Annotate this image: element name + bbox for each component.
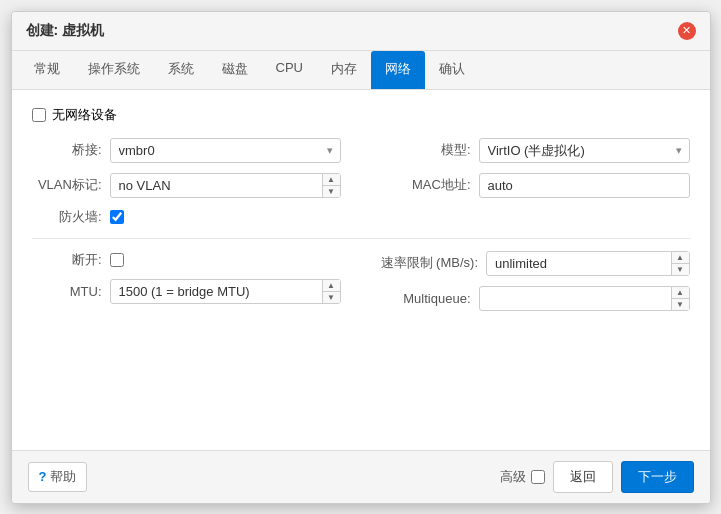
mtu-label: MTU: [32, 284, 102, 299]
mac-label: MAC地址: [381, 176, 471, 194]
model-row: 模型: VirtIO (半虚拟化) [381, 138, 690, 163]
close-button[interactable]: ✕ [678, 22, 696, 40]
tab-os[interactable]: 操作系统 [74, 51, 154, 89]
firewall-label: 防火墙: [32, 208, 102, 226]
multiqueue-row: Multiqueue: ▲ ▼ [381, 286, 690, 311]
tab-bar: 常规 操作系统 系统 磁盘 CPU 内存 网络 确认 [12, 51, 710, 90]
dialog-title: 创建: 虚拟机 [26, 22, 105, 40]
model-select[interactable]: VirtIO (半虚拟化) [479, 138, 690, 163]
back-button[interactable]: 返回 [553, 461, 613, 493]
advanced-checkbox[interactable] [531, 470, 545, 484]
mac-row: MAC地址: [381, 173, 690, 198]
form-grid-2: 断开: MTU: ▲ ▼ [32, 251, 690, 311]
form-grid: 桥接: vmbr0 VLAN标记: ▲ ▼ [32, 138, 690, 226]
disconnect-checkbox-wrapper [110, 253, 124, 267]
next-button[interactable]: 下一步 [621, 461, 694, 493]
rate-spinner-btns: ▲ ▼ [671, 252, 689, 275]
model-select-wrapper: VirtIO (半虚拟化) [479, 138, 690, 163]
divider [32, 238, 690, 239]
vlan-spinner-wrapper: ▲ ▼ [110, 173, 341, 198]
multiqueue-down-button[interactable]: ▼ [672, 299, 689, 310]
vlan-spinner-btns: ▲ ▼ [322, 174, 340, 197]
tab-system[interactable]: 系统 [154, 51, 208, 89]
mtu-down-button[interactable]: ▼ [323, 292, 340, 303]
rate-label: 速率限制 (MB/s): [381, 254, 479, 272]
no-network-label: 无网络设备 [52, 106, 117, 124]
bridge-select[interactable]: vmbr0 [110, 138, 341, 163]
mac-input[interactable] [479, 173, 690, 198]
rate-down-button[interactable]: ▼ [672, 264, 689, 275]
advanced-text: 高级 [500, 468, 526, 486]
multiqueue-spinner-btns: ▲ ▼ [671, 287, 689, 310]
form-left-2: 断开: MTU: ▲ ▼ [32, 251, 361, 311]
dialog-header: 创建: 虚拟机 ✕ [12, 12, 710, 51]
multiqueue-spinner-wrapper: ▲ ▼ [479, 286, 690, 311]
tab-memory[interactable]: 内存 [317, 51, 371, 89]
tab-general[interactable]: 常规 [20, 51, 74, 89]
form-left: 桥接: vmbr0 VLAN标记: ▲ ▼ [32, 138, 361, 226]
vlan-down-button[interactable]: ▼ [323, 186, 340, 197]
mtu-input[interactable] [110, 279, 341, 304]
help-label: 帮助 [50, 468, 76, 486]
no-network-row: 无网络设备 [32, 106, 690, 124]
rate-spinner-wrapper: ▲ ▼ [486, 251, 690, 276]
form-right-2: 速率限制 (MB/s): ▲ ▼ Multiqueue: [361, 251, 690, 311]
no-network-checkbox[interactable] [32, 108, 46, 122]
disconnect-checkbox[interactable] [110, 253, 124, 267]
multiqueue-up-button[interactable]: ▲ [672, 287, 689, 299]
multiqueue-input[interactable] [479, 286, 690, 311]
vlan-label: VLAN标记: [32, 176, 102, 194]
disconnect-row: 断开: [32, 251, 341, 269]
footer-right: 高级 返回 下一步 [500, 461, 694, 493]
model-label: 模型: [381, 141, 471, 159]
mtu-spinner-btns: ▲ ▼ [322, 280, 340, 303]
multiqueue-label: Multiqueue: [381, 291, 471, 306]
tab-network[interactable]: 网络 [371, 51, 425, 89]
dialog-footer: ? 帮助 高级 返回 下一步 [12, 450, 710, 503]
dialog-body: 无网络设备 桥接: vmbr0 VLAN标记: [12, 90, 710, 450]
rate-input[interactable] [486, 251, 690, 276]
tab-confirm[interactable]: 确认 [425, 51, 479, 89]
mtu-spinner-wrapper: ▲ ▼ [110, 279, 341, 304]
vlan-up-button[interactable]: ▲ [323, 174, 340, 186]
vlan-row: VLAN标记: ▲ ▼ [32, 173, 341, 198]
disconnect-label: 断开: [32, 251, 102, 269]
tab-cpu[interactable]: CPU [262, 51, 317, 89]
form-right: 模型: VirtIO (半虚拟化) MAC地址: [361, 138, 690, 226]
firewall-checkbox-wrapper [110, 210, 124, 224]
bridge-select-wrapper: vmbr0 [110, 138, 341, 163]
rate-row: 速率限制 (MB/s): ▲ ▼ [381, 251, 690, 276]
firewall-checkbox[interactable] [110, 210, 124, 224]
create-vm-dialog: 创建: 虚拟机 ✕ 常规 操作系统 系统 磁盘 CPU 内存 网络 确认 无网络… [11, 11, 711, 504]
firewall-row: 防火墙: [32, 208, 341, 226]
vlan-input[interactable] [110, 173, 341, 198]
bridge-label: 桥接: [32, 141, 102, 159]
mtu-up-button[interactable]: ▲ [323, 280, 340, 292]
tab-disk[interactable]: 磁盘 [208, 51, 262, 89]
mtu-row: MTU: ▲ ▼ [32, 279, 341, 304]
advanced-label[interactable]: 高级 [500, 468, 545, 486]
footer-left: ? 帮助 [28, 462, 88, 492]
help-button[interactable]: ? 帮助 [28, 462, 88, 492]
bridge-row: 桥接: vmbr0 [32, 138, 341, 163]
help-icon: ? [39, 469, 47, 484]
rate-up-button[interactable]: ▲ [672, 252, 689, 264]
